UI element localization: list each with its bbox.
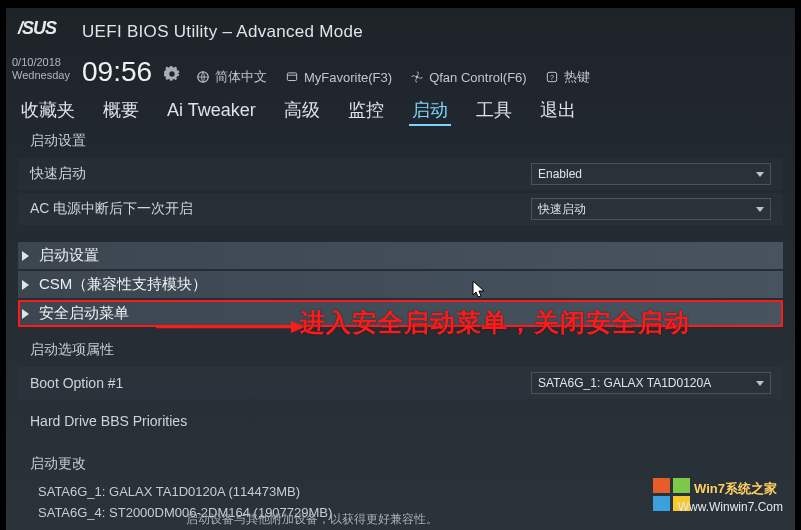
- section-boot-settings: 启动设置: [18, 130, 783, 158]
- svg-rect-9: [653, 496, 670, 511]
- app-title: UEFI BIOS Utility – Advanced Mode: [82, 22, 363, 42]
- clock-time: 09:56: [82, 56, 152, 88]
- watermark-url: Www.Winwin7.Com: [678, 500, 783, 514]
- weekday-text: Wednesday: [12, 69, 70, 82]
- chevron-down-icon: [756, 381, 764, 386]
- chevron-down-icon: [756, 172, 764, 177]
- language-selector[interactable]: 简体中文: [196, 68, 267, 86]
- chevron-down-icon: [756, 207, 764, 212]
- menu-tab[interactable]: 退出: [537, 96, 579, 124]
- star-icon: [285, 70, 299, 84]
- submenu-boot-settings[interactable]: 启动设置: [18, 242, 783, 269]
- date-block: 0/10/2018 Wednesday: [12, 56, 70, 82]
- fastboot-label: 快速启动: [30, 165, 531, 183]
- fan-icon: [410, 70, 424, 84]
- question-icon: ?: [545, 70, 559, 84]
- menu-tab[interactable]: Ai Tweaker: [164, 98, 259, 123]
- boot-option-label: Boot Option #1: [30, 375, 531, 391]
- boot-option-value: SATA6G_1: GALAX TA1D0120A: [538, 376, 711, 390]
- qfan-button[interactable]: Qfan Control(F6): [410, 70, 527, 85]
- menu-tab[interactable]: 监控: [345, 96, 387, 124]
- triangle-right-icon: [22, 309, 29, 319]
- menu-tab[interactable]: 收藏夹: [18, 96, 78, 124]
- boot-option-dropdown[interactable]: SATA6G_1: GALAX TA1D0120A: [531, 372, 771, 394]
- gear-icon[interactable]: [164, 66, 180, 82]
- footer-hint: 启动设备与其他附加设备，以获得更好兼容性。: [186, 511, 438, 528]
- watermark-brand: Win7系统之家: [694, 480, 777, 498]
- qfan-label: Qfan Control(F6): [429, 70, 527, 85]
- submenu-label: CSM（兼容性支持模块）: [39, 275, 207, 294]
- submenu-label: 安全启动菜单: [39, 304, 129, 323]
- acpower-row: AC 电源中断后下一次开启 快速启动: [18, 193, 783, 225]
- main-menu: 收藏夹概要Ai Tweaker高级监控启动工具退出: [18, 96, 783, 126]
- fastboot-dropdown[interactable]: Enabled: [531, 163, 771, 185]
- svg-rect-7: [653, 478, 670, 493]
- hdd-bbs-row[interactable]: Hard Drive BBS Priorities: [18, 408, 783, 434]
- annotation-text: 进入安全启动菜单，关闭安全启动: [300, 306, 690, 339]
- boot-option-row: Boot Option #1 SATA6G_1: GALAX TA1D0120A: [18, 367, 783, 399]
- section-boot-option: 启动选项属性: [18, 339, 783, 367]
- globe-icon: [196, 70, 210, 84]
- menu-tab[interactable]: 启动: [409, 96, 451, 126]
- acpower-dropdown[interactable]: 快速启动: [531, 198, 771, 220]
- acpower-value: 快速启动: [538, 201, 586, 218]
- svg-text:?: ?: [550, 74, 554, 81]
- fastboot-value: Enabled: [538, 167, 582, 181]
- svg-rect-1: [287, 73, 296, 81]
- svg-point-2: [416, 76, 418, 78]
- myfavorite-button[interactable]: MyFavorite(F3): [285, 70, 392, 85]
- triangle-right-icon: [22, 280, 29, 290]
- menu-tab[interactable]: 概要: [100, 96, 142, 124]
- hotkey-label: 热键: [564, 68, 590, 86]
- language-label: 简体中文: [215, 68, 267, 86]
- submenu-label: 启动设置: [39, 246, 99, 265]
- acpower-label: AC 电源中断后下一次开启: [30, 200, 531, 218]
- hotkey-button[interactable]: ? 热键: [545, 68, 590, 86]
- fastboot-row: 快速启动 Enabled: [18, 158, 783, 190]
- vendor-logo: /SUS: [18, 18, 56, 39]
- menu-tab[interactable]: 高级: [281, 96, 323, 124]
- submenu-csm[interactable]: CSM（兼容性支持模块）: [18, 271, 783, 298]
- triangle-right-icon: [22, 251, 29, 261]
- menu-tab[interactable]: 工具: [473, 96, 515, 124]
- svg-rect-8: [673, 478, 690, 493]
- myfavorite-label: MyFavorite(F3): [304, 70, 392, 85]
- date-text: 0/10/2018: [12, 56, 70, 69]
- hdd-bbs-label: Hard Drive BBS Priorities: [30, 413, 771, 429]
